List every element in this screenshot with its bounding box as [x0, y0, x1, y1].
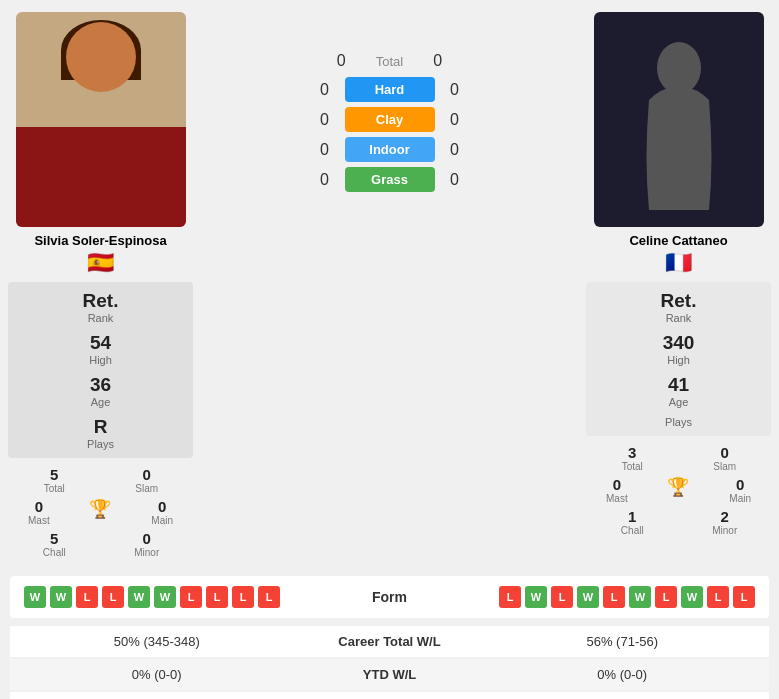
- left-form-badge-0: W: [24, 586, 46, 608]
- indoor-court-row: 0 Indoor 0: [197, 137, 582, 162]
- left-form-badge-9: L: [258, 586, 280, 608]
- right-rank: Ret. Rank: [592, 290, 765, 324]
- right-form-badge-0: L: [499, 586, 521, 608]
- center-panel: 0 Total 0 0 Hard 0 0 Clay 0 0 Indoor 0 0…: [197, 12, 582, 192]
- right-mast: 0 Mast: [599, 476, 635, 504]
- right-form-badge-6: L: [655, 586, 677, 608]
- left-form-badge-8: L: [232, 586, 254, 608]
- right-form-badge-8: L: [707, 586, 729, 608]
- indoor-button[interactable]: Indoor: [345, 137, 435, 162]
- left-form-badge-5: W: [154, 586, 176, 608]
- right-form-badge-7: W: [681, 586, 703, 608]
- right-player-name: Celine Cattaneo: [629, 233, 727, 248]
- left-trophy-icon: 🏆: [82, 498, 118, 526]
- right-player-photo: [594, 12, 764, 227]
- left-minor: 0 Minor: [129, 530, 165, 558]
- left-chall: 5 Chall: [36, 530, 72, 558]
- right-trophy-icon: 🏆: [660, 476, 696, 504]
- data-row-0-left: 50% (345-348): [24, 634, 290, 649]
- right-minor: 2 Minor: [707, 508, 743, 536]
- grass-right-score: 0: [445, 171, 465, 189]
- data-row-1: 0% (0-0) YTD W/L 0% (0-0): [10, 659, 769, 690]
- right-player-flag: 🇫🇷: [665, 250, 692, 276]
- hard-right-score: 0: [445, 81, 465, 99]
- data-row-1-center: YTD W/L: [290, 667, 490, 682]
- left-total: 5 Total: [36, 466, 72, 494]
- right-form-badge-2: L: [551, 586, 573, 608]
- right-stats-box: Ret. Rank 340 High 41 Age Plays: [586, 282, 771, 436]
- clay-court-row: 0 Clay 0: [197, 107, 582, 132]
- left-form-badge-4: W: [128, 586, 150, 608]
- left-form-badge-1: W: [50, 586, 72, 608]
- grass-court-row: 0 Grass 0: [197, 167, 582, 192]
- right-form-badge-5: W: [629, 586, 651, 608]
- right-form-badge-9: L: [733, 586, 755, 608]
- data-row-1-right: 0% (0-0): [490, 667, 756, 682]
- right-form-badge-4: L: [603, 586, 625, 608]
- indoor-left-score: 0: [315, 141, 335, 159]
- left-stats-box: Ret. Rank 54 High 36 Age R Plays: [8, 282, 193, 458]
- right-player-panel: Celine Cattaneo 🇫🇷 Ret. Rank 340 High 41…: [586, 12, 771, 538]
- left-age: 36 Age: [14, 374, 187, 408]
- right-slam: 0 Slam: [707, 444, 743, 472]
- left-total-score: 0: [337, 52, 346, 70]
- left-form-badge-3: L: [102, 586, 124, 608]
- right-high: 340 High: [592, 332, 765, 366]
- left-form-badge-2: L: [76, 586, 98, 608]
- total-comparison: 0 Total 0: [337, 52, 442, 70]
- right-form-badges: LWLWLWLWLL: [499, 586, 755, 608]
- data-row-0-right: 56% (71-56): [490, 634, 756, 649]
- right-bottom-stats: 3 Total 0 Slam 0 Mast 🏆 0 Main: [586, 444, 771, 538]
- main-comparison: Silvia Soler-Espinosa 🇪🇸 Ret. Rank 54 Hi…: [0, 0, 779, 568]
- left-mast: 0 Mast: [21, 498, 57, 526]
- clay-right-score: 0: [445, 111, 465, 129]
- right-main: 0 Main: [722, 476, 758, 504]
- clay-button[interactable]: Clay: [345, 107, 435, 132]
- right-age: 41 Age: [592, 374, 765, 408]
- right-form-badge-1: W: [525, 586, 547, 608]
- left-player-photo: [16, 12, 186, 227]
- left-player-panel: Silvia Soler-Espinosa 🇪🇸 Ret. Rank 54 Hi…: [8, 12, 193, 560]
- left-form-badge-6: L: [180, 586, 202, 608]
- total-label: Total: [376, 54, 403, 69]
- right-total: 3 Total: [614, 444, 650, 472]
- data-row-2: $966,835 Career Prize Money $0: [10, 692, 769, 699]
- right-chall: 1 Chall: [614, 508, 650, 536]
- data-row-0: 50% (345-348) Career Total W/L 56% (71-5…: [10, 626, 769, 657]
- right-form-badge-3: W: [577, 586, 599, 608]
- form-section: WWLLWWLLLL Form LWLWLWLWLL: [10, 576, 769, 618]
- left-plays: R Plays: [14, 416, 187, 450]
- clay-left-score: 0: [315, 111, 335, 129]
- indoor-right-score: 0: [445, 141, 465, 159]
- svg-point-0: [657, 42, 701, 94]
- left-form-badges: WWLLWWLLLL: [24, 586, 280, 608]
- hard-court-row: 0 Hard 0: [197, 77, 582, 102]
- right-plays: Plays: [592, 416, 765, 428]
- grass-left-score: 0: [315, 171, 335, 189]
- left-form-badge-7: L: [206, 586, 228, 608]
- right-total-score: 0: [433, 52, 442, 70]
- left-rank: Ret. Rank: [14, 290, 187, 324]
- hard-left-score: 0: [315, 81, 335, 99]
- left-main: 0 Main: [144, 498, 180, 526]
- hard-button[interactable]: Hard: [345, 77, 435, 102]
- left-high: 54 High: [14, 332, 187, 366]
- left-player-flag: 🇪🇸: [87, 250, 114, 276]
- form-label: Form: [288, 589, 491, 605]
- celine-silhouette: [624, 30, 734, 210]
- left-bottom-stats: 5 Total 0 Slam 0 Mast 🏆 0 Main: [8, 466, 193, 560]
- data-row-1-left: 0% (0-0): [24, 667, 290, 682]
- data-row-0-center: Career Total W/L: [290, 634, 490, 649]
- left-player-name: Silvia Soler-Espinosa: [34, 233, 166, 248]
- data-rows-section: 50% (345-348) Career Total W/L 56% (71-5…: [10, 626, 769, 699]
- left-slam: 0 Slam: [129, 466, 165, 494]
- grass-button[interactable]: Grass: [345, 167, 435, 192]
